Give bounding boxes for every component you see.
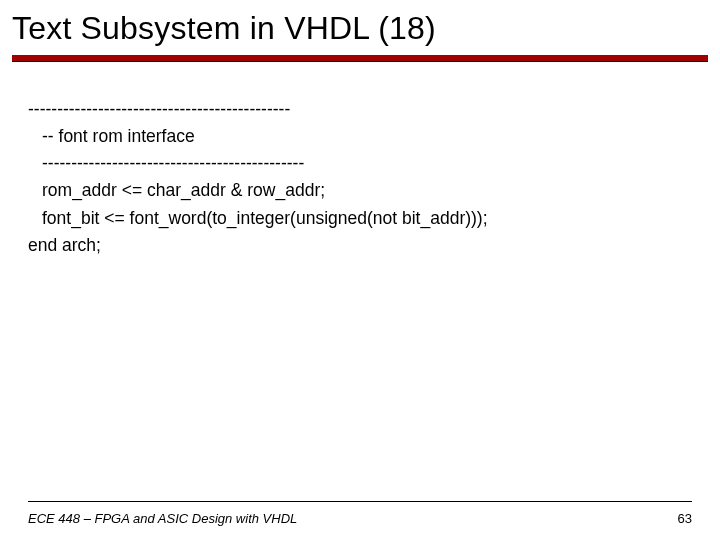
slide-body: ----------------------------------------… — [0, 62, 720, 259]
code-line-1: rom_addr <= char_addr & row_addr; — [28, 177, 720, 204]
code-line-3: end arch; — [28, 232, 720, 259]
code-separator-2: ----------------------------------------… — [28, 150, 720, 177]
slide: Text Subsystem in VHDL (18) ------------… — [0, 0, 720, 540]
code-separator-1: ----------------------------------------… — [28, 96, 720, 123]
code-line-2: font_bit <= font_word(to_integer(unsigne… — [28, 205, 720, 232]
footer-rule — [28, 501, 692, 502]
footer-text: ECE 448 – FPGA and ASIC Design with VHDL — [28, 511, 297, 526]
slide-title: Text Subsystem in VHDL (18) — [0, 0, 720, 47]
page-number: 63 — [678, 511, 692, 526]
code-comment: -- font rom interface — [28, 123, 720, 150]
title-rule — [12, 55, 708, 62]
